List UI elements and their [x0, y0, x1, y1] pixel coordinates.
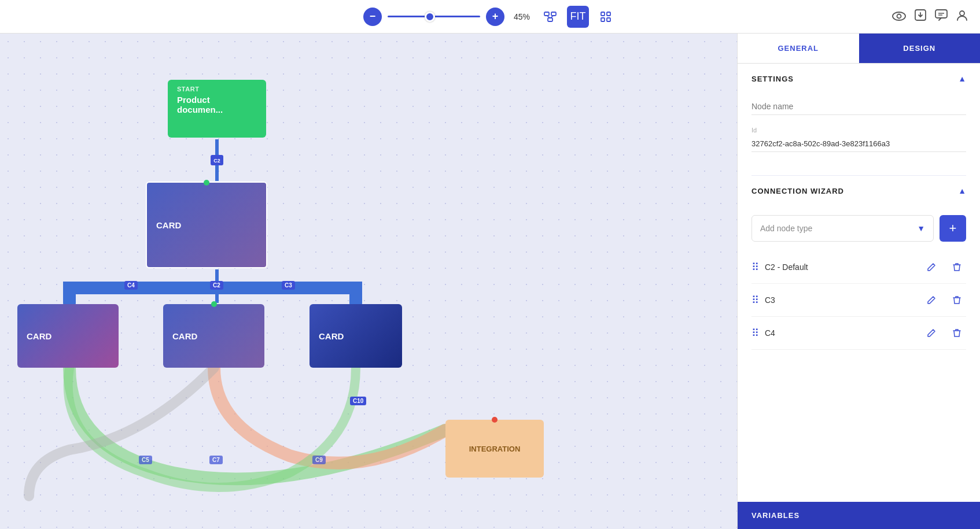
start-label: START — [177, 86, 199, 93]
zoom-in-button[interactable]: + — [486, 8, 504, 26]
badge-c10: C10 — [350, 397, 366, 405]
conn-name-c3: C3 — [765, 295, 915, 305]
frame-button[interactable] — [595, 6, 617, 28]
node-card-main[interactable]: CARD — [146, 182, 267, 268]
panel-body: SETTINGS ▲ Id 32762cf2-ac8a-502c-89ad-3e… — [738, 64, 980, 502]
node-integration[interactable]: INTEGRATION — [445, 420, 544, 478]
eye-icon[interactable] — [892, 9, 906, 24]
comments-icon[interactable] — [935, 9, 948, 24]
badge-c3: C3 — [282, 281, 295, 290]
card-right-label: CARD — [319, 331, 344, 341]
start-title: Product documen... — [177, 95, 257, 114]
zoom-percent: 45% — [510, 12, 533, 21]
integration-label: INTEGRATION — [469, 445, 521, 453]
add-node-chevron-icon: ▼ — [917, 224, 925, 233]
settings-title: SETTINGS — [751, 75, 794, 83]
conn-drag-icon-c4: ⠿ — [751, 327, 758, 339]
id-field: Id 32762cf2-ac8a-502c-89ad-3e823f1166a3 — [751, 127, 966, 152]
card-left-label: CARD — [27, 331, 51, 341]
fit-button[interactable]: FIT — [567, 6, 589, 28]
settings-body: Id 32762cf2-ac8a-502c-89ad-3e823f1166a3 — [738, 94, 980, 175]
svg-point-15 — [960, 11, 964, 16]
conn-edit-c2[interactable] — [922, 258, 941, 276]
add-node-button[interactable]: + — [940, 215, 966, 242]
canvas-area[interactable]: C2 START Product documen... CARD CARD CA… — [0, 34, 737, 529]
settings-chevron: ▲ — [958, 74, 966, 83]
zoom-slider[interactable] — [388, 16, 480, 17]
node-name-field — [751, 98, 966, 115]
svg-rect-12 — [935, 10, 947, 18]
export-icon[interactable] — [914, 9, 927, 25]
conn-drag-icon-c2: ⠿ — [751, 261, 758, 273]
badge-small-2: C7 — [209, 456, 223, 464]
node-card-left[interactable]: CARD — [17, 304, 119, 368]
add-node-select[interactable]: Add node type ▼ — [751, 215, 934, 242]
svg-rect-7 — [601, 18, 605, 21]
node-name-input[interactable] — [751, 98, 966, 115]
badge-c2-bottom: C2 — [210, 281, 223, 290]
connection-wizard-title: CONNECTION WIZARD — [751, 187, 844, 195]
network-icon-button[interactable] — [539, 6, 561, 28]
right-panel: GENERAL DESIGN SETTINGS ▲ Id 32762cf2-ac… — [737, 34, 980, 529]
id-label: Id — [751, 127, 966, 134]
connections-svg: C2 — [0, 34, 737, 529]
toolbar-right — [892, 9, 968, 25]
connection-wizard-chevron: ▲ — [958, 186, 966, 195]
card-center-label: CARD — [172, 331, 197, 341]
zoom-out-button[interactable]: − — [363, 8, 382, 26]
svg-rect-6 — [607, 12, 610, 16]
connection-item-c3: ⠿ C3 — [751, 284, 966, 317]
node-card-center[interactable]: CARD — [163, 304, 264, 368]
settings-section-header[interactable]: SETTINGS ▲ — [738, 64, 980, 94]
connection-item-c4: ⠿ C4 — [751, 317, 966, 350]
node-start[interactable]: START Product documen... — [168, 80, 266, 138]
user-icon[interactable] — [956, 9, 968, 25]
add-node-placeholder: Add node type — [760, 224, 812, 233]
toolbar: − + 45% FIT — [0, 0, 980, 34]
variables-bar[interactable]: VARIABLES — [738, 502, 980, 529]
main-content: C2 START Product documen... CARD CARD CA… — [0, 34, 980, 529]
panel-tabs: GENERAL DESIGN — [738, 34, 980, 64]
conn-edit-c3[interactable] — [922, 291, 941, 309]
conn-delete-c4[interactable] — [948, 324, 966, 342]
connection-dot-center-top — [211, 301, 217, 307]
svg-point-9 — [893, 12, 905, 20]
svg-point-10 — [897, 14, 901, 18]
conn-delete-c2[interactable] — [948, 258, 966, 276]
badge-c4: C4 — [124, 281, 138, 290]
badge-small-3: C9 — [312, 456, 326, 464]
svg-rect-8 — [607, 18, 610, 21]
svg-rect-0 — [544, 12, 549, 16]
node-card-right[interactable]: CARD — [310, 304, 402, 368]
toolbar-center: − + 45% FIT — [363, 6, 617, 28]
svg-rect-5 — [601, 12, 605, 16]
conn-drag-icon-c3: ⠿ — [751, 294, 758, 306]
conn-delete-c3[interactable] — [948, 291, 966, 309]
svg-rect-2 — [548, 18, 552, 21]
connection-dot-top — [204, 180, 209, 186]
svg-rect-18 — [211, 155, 223, 165]
id-value: 32762cf2-ac8a-502c-89ad-3e823f1166a3 — [751, 136, 966, 152]
tab-design[interactable]: DESIGN — [859, 34, 981, 63]
connection-wizard-section-header[interactable]: CONNECTION WIZARD ▲ — [738, 176, 980, 206]
zoom-slider-container — [388, 16, 480, 17]
badge-small-1: C5 — [139, 456, 152, 464]
svg-text:C2: C2 — [213, 158, 220, 164]
conn-name-c4: C4 — [765, 328, 915, 338]
svg-rect-1 — [551, 12, 556, 16]
connection-body: Add node type ▼ + ⠿ C2 - Default — [738, 206, 980, 359]
connection-dot-integration — [492, 417, 498, 423]
add-node-row: Add node type ▼ + — [751, 215, 966, 242]
connection-item-c2: ⠿ C2 - Default — [751, 251, 966, 284]
tab-general[interactable]: GENERAL — [738, 34, 859, 63]
conn-edit-c4[interactable] — [922, 324, 941, 342]
card-main-label: CARD — [156, 220, 181, 230]
conn-name-c2: C2 - Default — [765, 262, 915, 272]
